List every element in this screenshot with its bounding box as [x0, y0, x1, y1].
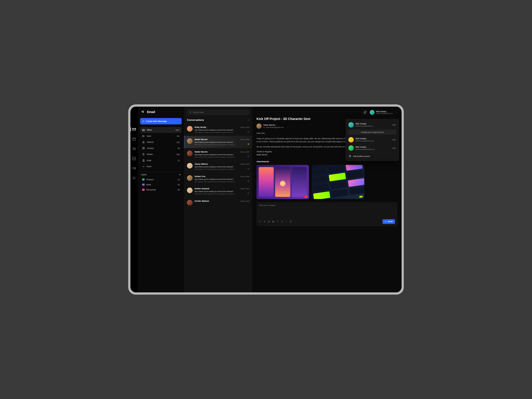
- rail-mail-icon[interactable]: [132, 127, 136, 131]
- nav-starred[interactable]: Starred245: [140, 139, 182, 145]
- svg-point-2: [134, 148, 135, 149]
- conversation-list: Ruby Brody6 Nov, 2022Any chance you're l…: [184, 123, 252, 292]
- nav-inbox[interactable]: Inbox999+: [140, 127, 182, 133]
- app-rail: [130, 107, 138, 292]
- star-icon[interactable]: [247, 192, 249, 194]
- user-menu[interactable]: Nick Husseynickhussey@gmail.com: [370, 110, 398, 115]
- chevron-down-icon: [142, 165, 145, 168]
- create-message-button[interactable]: Create New Message: [140, 118, 182, 125]
- add-label-icon[interactable]: [179, 174, 181, 176]
- svg-point-11: [286, 221, 286, 221]
- nav-delete[interactable]: Delete509: [140, 151, 182, 157]
- avatar: [187, 138, 193, 144]
- brand-title: Email: [147, 110, 155, 114]
- avatar: [187, 200, 193, 205]
- conversation-item[interactable]: Jenny Wilson6 Nov, 2022Any chance you're…: [184, 160, 252, 173]
- send-icon: [385, 221, 387, 222]
- svg-point-7: [190, 112, 191, 113]
- image-icon[interactable]: [272, 221, 274, 223]
- nav-draft[interactable]: Draft10: [140, 158, 182, 163]
- account-item[interactable]: Nick Husseynickhussey@hotmail.com318+: [347, 144, 397, 152]
- conversation-item[interactable]: Kristin Watson6 Nov, 2022: [184, 197, 252, 208]
- trash-icon[interactable]: [290, 221, 292, 223]
- nav-list: Inbox999+ Sent451 Starred245 Archive99 D…: [140, 127, 182, 169]
- label-personal[interactable]: Personnal23: [140, 187, 182, 192]
- link-icon[interactable]: [263, 221, 266, 223]
- nav-more[interactable]: More: [140, 164, 182, 169]
- label-work[interactable]: Work12: [140, 182, 182, 187]
- rail-video-icon[interactable]: [132, 166, 136, 170]
- folder-icon: [142, 184, 145, 186]
- send-icon: [142, 135, 145, 137]
- inbox-icon: [142, 129, 145, 131]
- rail-settings-icon[interactable]: [132, 176, 136, 180]
- svg-rect-9: [272, 221, 274, 222]
- svg-point-5: [134, 177, 134, 178]
- svg-point-14: [349, 155, 350, 156]
- draft-icon: [142, 159, 145, 162]
- svg-point-1: [133, 148, 134, 149]
- folder-icon: [142, 189, 145, 191]
- conversation-item[interactable]: Robert Fox6 Nov, 2022Any chance you're l…: [184, 173, 252, 185]
- account-switcher: Nick Husseynickhussey@gmail.com528+ Mana…: [346, 119, 399, 161]
- rail-calendar-icon[interactable]: [132, 137, 136, 141]
- sidebar: Email Create New Message Inbox999+ Sent4…: [138, 107, 184, 292]
- compose-area: Send: [256, 202, 398, 226]
- rail-analytics-icon[interactable]: [132, 157, 136, 160]
- add-user-icon: [349, 155, 351, 157]
- chevron-down-icon[interactable]: [276, 124, 278, 126]
- chevron-down-icon[interactable]: [247, 119, 249, 121]
- svg-rect-6: [143, 147, 145, 148]
- emoji-icon[interactable]: [268, 221, 270, 223]
- avatar: [187, 126, 193, 132]
- conversations-title: Conversations: [187, 119, 204, 121]
- avatar: [256, 123, 262, 129]
- star-icon: [142, 141, 145, 143]
- conversations-panel: Conversations Ruby Brody6 Nov, 2022Any c…: [184, 107, 252, 292]
- notifications-button[interactable]: [362, 110, 367, 115]
- search-input[interactable]: [187, 109, 250, 115]
- more-icon[interactable]: [285, 221, 287, 223]
- attachment-thumbnail[interactable]: [256, 165, 309, 199]
- svg-point-13: [286, 222, 286, 222]
- text-format-icon[interactable]: [276, 221, 279, 223]
- account-item[interactable]: Nick Husseynickhussey@gmail.com528+: [347, 121, 397, 129]
- star-icon[interactable]: [247, 155, 249, 157]
- svg-point-12: [286, 222, 286, 222]
- add-account-button[interactable]: Add another account: [347, 153, 397, 159]
- attachment-thumbnail[interactable]: [312, 165, 364, 199]
- archive-icon: [142, 147, 145, 150]
- avatar: [348, 122, 354, 127]
- avatar: [348, 137, 354, 142]
- send-button[interactable]: Send: [382, 219, 395, 224]
- conversation-item[interactable]: Wade Warren6 Nov, 2022Any chance you're …: [184, 148, 252, 160]
- account-item[interactable]: Nick Husseynickhussey@yahoo.com620+: [347, 136, 397, 144]
- conversation-item[interactable]: Esther Howard6 Nov, 2022Any chance you'r…: [184, 185, 252, 197]
- bell-icon: [364, 111, 366, 114]
- compose-input[interactable]: [259, 204, 395, 219]
- star-icon[interactable]: [247, 168, 249, 170]
- trash-icon: [142, 153, 145, 156]
- conversation-item[interactable]: Wade Warren6 Nov, 2022Any chance you're …: [184, 136, 252, 148]
- list-icon[interactable]: [281, 221, 283, 223]
- star-icon[interactable]: [247, 143, 249, 145]
- star-icon[interactable]: [247, 131, 249, 133]
- undo-icon[interactable]: [259, 221, 261, 223]
- label-finance[interactable]: Finance14: [140, 177, 182, 182]
- nav-sent[interactable]: Sent451: [140, 133, 182, 139]
- avatar: [370, 110, 375, 115]
- menu-toggle-icon[interactable]: [141, 110, 144, 114]
- avatar: [348, 146, 354, 151]
- folder-icon: [142, 178, 145, 180]
- star-icon[interactable]: [247, 180, 249, 182]
- avatar: [187, 163, 193, 168]
- conversation-item[interactable]: Ruby Brody6 Nov, 2022Any chance you're l…: [184, 123, 252, 136]
- avatar: [187, 188, 193, 193]
- chevron-up-icon: [395, 112, 398, 114]
- nav-archive[interactable]: Archive99: [140, 146, 182, 151]
- manage-account-button[interactable]: Manage your Google Account: [348, 130, 396, 134]
- svg-point-10: [273, 221, 273, 222]
- rail-contacts-icon[interactable]: [132, 147, 136, 151]
- svg-rect-4: [133, 168, 134, 169]
- search-icon: [189, 111, 191, 114]
